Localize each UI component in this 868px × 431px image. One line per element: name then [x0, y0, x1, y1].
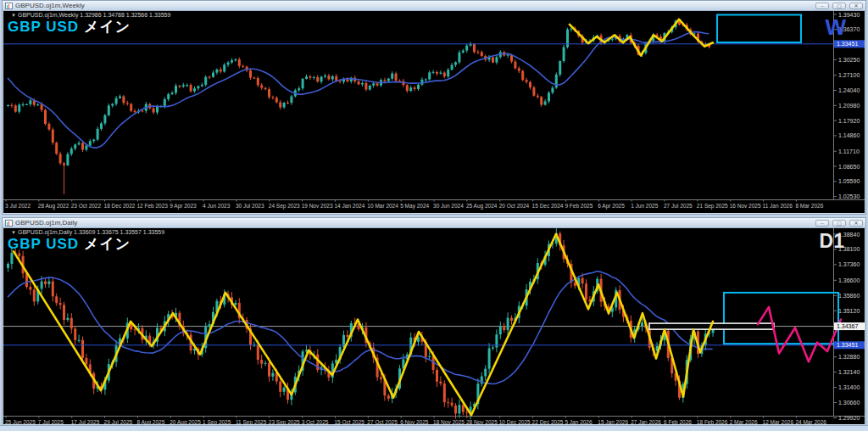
chart-header[interactable]: ▼GBPUSD.oj1m,Weekly 1.32986 1.34788 1.32…	[11, 12, 170, 18]
candle-body	[395, 74, 398, 81]
zigzag-line[interactable]	[570, 20, 713, 56]
candle-body	[209, 324, 211, 327]
close-button[interactable]: ✕	[849, 220, 863, 227]
candle-body	[182, 85, 185, 87]
candle-body	[81, 143, 84, 150]
date-label: 5 May 2024	[400, 203, 429, 210]
candle-body	[47, 282, 50, 284]
chart-header[interactable]: ▼GBPUSD.oj1m,Daily 1.33609 1.33675 1.335…	[11, 229, 164, 235]
window-title: GBPUSD.oj1m,Daily	[15, 219, 77, 227]
minimize-button[interactable]: −	[815, 3, 829, 9]
candle-body	[443, 73, 446, 76]
candle-body	[532, 87, 535, 96]
candle-body	[55, 143, 58, 154]
date-label: 10 Dec 2025	[499, 419, 531, 424]
candle-body	[47, 124, 50, 130]
date-label: 3 Jul 2022	[5, 203, 31, 209]
date-label: 24 Mar 2026	[795, 419, 826, 424]
candle-body	[153, 109, 155, 113]
candle-body	[495, 57, 498, 62]
candle-body	[78, 143, 81, 145]
supply-zone-rect[interactable]	[724, 293, 838, 344]
candle-body	[346, 335, 348, 337]
restore-button[interactable]: ▢	[832, 3, 846, 9]
candle-body	[41, 104, 43, 109]
candle-body	[439, 73, 442, 74]
candle-body	[316, 77, 319, 81]
date-label: 29 Jul 2025	[104, 419, 133, 424]
candle-body	[271, 97, 274, 98]
level-price-label: 1.34367	[837, 323, 858, 329]
candle-body	[585, 283, 587, 299]
candle-body	[428, 356, 431, 357]
candle-body	[36, 104, 39, 105]
candle-body	[234, 303, 236, 305]
candle-body	[115, 98, 118, 104]
candle-body	[74, 328, 76, 340]
candle-body	[439, 382, 442, 383]
candle-body	[290, 97, 292, 104]
candle-body	[242, 66, 244, 67]
candle-body	[305, 76, 308, 79]
candle-body	[70, 148, 73, 154]
price-tick-label: 1.37360	[838, 261, 860, 267]
chevron-down-icon[interactable]: ▼	[11, 13, 16, 18]
candle-body	[29, 100, 31, 104]
price-tick-label: 1.24040	[838, 87, 860, 93]
candle-body	[63, 163, 65, 165]
date-label: 27 Oct 2025	[367, 419, 398, 424]
candle-body	[548, 92, 550, 101]
candlestick-chart-daily[interactable]: 1.388401.381001.373601.366001.358601.351…	[3, 228, 865, 424]
candle-body	[100, 123, 103, 128]
date-label: 15 Oct 2025	[335, 419, 365, 424]
close-button[interactable]: ✕	[849, 3, 863, 9]
date-label: 4 Jun 2023	[203, 203, 231, 209]
candle-body	[279, 102, 281, 107]
candle-body	[33, 290, 36, 302]
date-label: 30 Jul 2023	[236, 203, 264, 209]
candles-group	[7, 19, 710, 194]
candle-body	[227, 63, 230, 65]
window-titlebar[interactable]: GBPUSD.oj1m,Weekly − ▢ ✕	[3, 1, 865, 11]
candle-body	[383, 80, 386, 81]
minimize-button[interactable]: −	[815, 220, 829, 227]
candlestick-chart-weekly[interactable]: 1.394301.363701.302501.271001.240401.209…	[3, 11, 865, 213]
candle-body	[507, 55, 509, 56]
projection-zigzag-line[interactable]	[758, 307, 841, 361]
chart-area-weekly[interactable]: ▼GBPUSD.oj1m,Weekly 1.32986 1.34788 1.32…	[3, 11, 865, 213]
restore-button[interactable]: ▢	[832, 220, 846, 227]
date-label: 23 Oct 2022	[71, 203, 102, 209]
candle-body	[544, 101, 547, 104]
candle-body	[14, 105, 17, 111]
date-label: 15 Jan 2026	[598, 419, 628, 424]
price-tick-label: 1.30250	[838, 57, 860, 63]
price-tick-label: 1.14860	[838, 132, 860, 138]
date-label: 11 Jan 2026	[763, 203, 793, 209]
candle-body	[186, 85, 188, 86]
candle-body	[92, 140, 95, 142]
chart-area-daily[interactable]: ▼GBPUSD.oj1m,Daily 1.33609 1.33675 1.335…	[3, 228, 865, 424]
candle-body	[70, 318, 73, 329]
price-tick-label: 1.05590	[838, 178, 860, 184]
candle-body	[271, 373, 274, 377]
window-titlebar[interactable]: GBPUSD.oj1m,Daily − ▢ ✕	[3, 218, 865, 228]
chevron-down-icon[interactable]: ▼	[11, 230, 16, 235]
candle-body	[476, 52, 479, 53]
candle-body	[436, 72, 438, 74]
zigzag-line[interactable]	[14, 234, 713, 416]
date-label: 17 Jul 2025	[71, 419, 100, 424]
candle-body	[22, 104, 25, 105]
candle-body	[275, 98, 278, 102]
candle-body	[126, 103, 129, 104]
candle-body	[103, 115, 106, 123]
candle-body	[18, 104, 20, 111]
price-tick-label: 1.11710	[838, 148, 860, 154]
supply-zone-rect[interactable]	[717, 14, 801, 42]
candle-body	[201, 85, 203, 87]
date-label: 8 Mar 2026	[795, 203, 823, 209]
candle-body	[417, 85, 420, 89]
candle-body	[551, 87, 554, 92]
candle-body	[380, 378, 382, 379]
candle-body	[581, 278, 584, 283]
date-label: 11 Sep 2025	[236, 419, 267, 424]
